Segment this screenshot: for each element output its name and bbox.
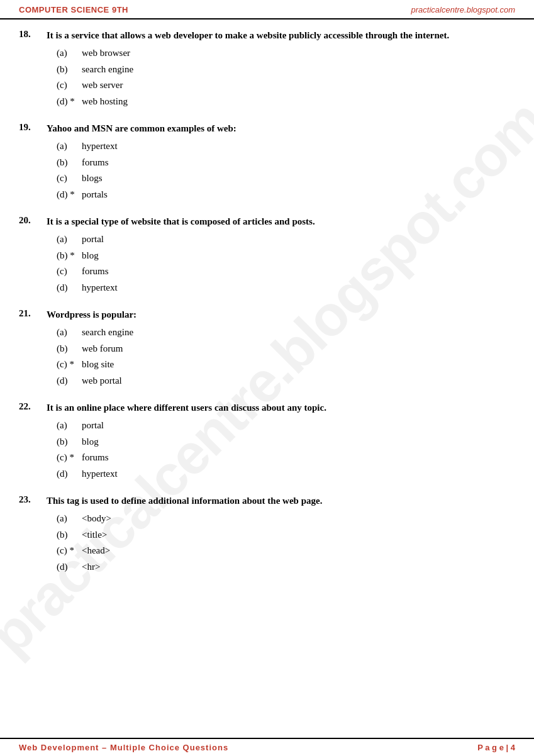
question-20-number: 20. bbox=[19, 215, 39, 228]
question-23: 23. This tag is used to define additiona… bbox=[19, 494, 515, 574]
option-20-b-text: blog bbox=[82, 248, 99, 263]
option-19-a: (a) hypertext bbox=[57, 139, 515, 153]
question-21: 21. Wordpress is popular: (a) search eng… bbox=[19, 308, 515, 387]
option-18-c: (c) web server bbox=[57, 78, 515, 92]
option-22-b-text: blog bbox=[82, 435, 99, 449]
option-20-d-text: hypertext bbox=[82, 281, 118, 295]
option-18-d-text: web hosting bbox=[82, 94, 128, 109]
option-21-a-text: search engine bbox=[82, 325, 133, 340]
question-23-line: 23. This tag is used to define additiona… bbox=[19, 494, 515, 508]
option-21-c: (c) * blog site bbox=[57, 357, 515, 372]
option-19-a-label: (a) bbox=[57, 139, 82, 153]
question-22-text: It is an online place where different us… bbox=[47, 401, 515, 414]
option-23-d-label: (d) bbox=[57, 560, 82, 574]
question-18-options: (a) web browser (b) search engine (c) we… bbox=[19, 46, 515, 108]
question-21-text: Wordpress is popular: bbox=[47, 308, 515, 321]
option-22-a-label: (a) bbox=[57, 418, 82, 433]
option-22-a-text: portal bbox=[82, 418, 104, 433]
option-22-c-text: forums bbox=[82, 450, 109, 465]
option-18-b-text: search engine bbox=[82, 62, 133, 77]
question-19: 19. Yahoo and MSN are common examples of… bbox=[19, 122, 515, 201]
question-20: 20. It is a special type of website that… bbox=[19, 215, 515, 294]
option-22-d: (d) hypertext bbox=[57, 467, 515, 481]
option-23-c-label: (c) * bbox=[57, 543, 82, 558]
option-19-b: (b) forums bbox=[57, 155, 515, 170]
header-website: practicalcentre.blogspot.com bbox=[411, 5, 515, 14]
option-21-b-label: (b) bbox=[57, 342, 82, 356]
option-20-a: (a) portal bbox=[57, 232, 515, 247]
option-23-a-label: (a) bbox=[57, 511, 82, 526]
option-20-d-label: (d) bbox=[57, 281, 82, 295]
question-21-line: 21. Wordpress is popular: bbox=[19, 308, 515, 321]
question-18: 18. It is a service that allows a web de… bbox=[19, 29, 515, 108]
option-21-a-label: (a) bbox=[57, 325, 82, 340]
option-22-c: (c) * forums bbox=[57, 450, 515, 465]
option-21-c-text: blog site bbox=[82, 357, 114, 372]
question-23-text: This tag is used to define additional in… bbox=[47, 494, 515, 508]
question-19-options: (a) hypertext (b) forums (c) blogs (d) *… bbox=[19, 139, 515, 201]
question-18-line: 18. It is a service that allows a web de… bbox=[19, 29, 515, 42]
question-19-line: 19. Yahoo and MSN are common examples of… bbox=[19, 122, 515, 135]
option-20-d: (d) hypertext bbox=[57, 281, 515, 295]
option-19-d: (d) * portals bbox=[57, 187, 515, 202]
option-23-b-text: <title> bbox=[82, 528, 107, 542]
page: practicalcentre.blogspot.com Computer Sc… bbox=[0, 0, 534, 756]
question-20-text: It is a special type of website that is … bbox=[47, 215, 515, 228]
option-20-c: (c) forums bbox=[57, 264, 515, 279]
question-22-options: (a) portal (b) blog (c) * forums (d) hyp… bbox=[19, 418, 515, 481]
option-19-a-text: hypertext bbox=[82, 139, 118, 153]
option-18-d: (d) * web hosting bbox=[57, 94, 515, 109]
option-19-c: (c) blogs bbox=[57, 171, 515, 186]
option-22-d-label: (d) bbox=[57, 467, 82, 481]
option-21-a: (a) search engine bbox=[57, 325, 515, 340]
option-23-b-label: (b) bbox=[57, 528, 82, 542]
question-22: 22. It is an online place where differen… bbox=[19, 401, 515, 481]
option-20-c-label: (c) bbox=[57, 264, 82, 279]
page-footer: Web Development – Multiple Choice Questi… bbox=[0, 738, 534, 756]
question-18-text: It is a service that allows a web develo… bbox=[47, 29, 515, 42]
option-20-c-text: forums bbox=[82, 264, 109, 279]
option-22-d-text: hypertext bbox=[82, 467, 118, 481]
option-20-a-text: portal bbox=[82, 232, 104, 247]
question-23-number: 23. bbox=[19, 494, 39, 508]
question-21-options: (a) search engine (b) web forum (c) * bl… bbox=[19, 325, 515, 387]
option-21-b-text: web forum bbox=[82, 342, 123, 356]
option-23-c-text: <head> bbox=[82, 543, 110, 558]
option-19-c-label: (c) bbox=[57, 171, 82, 186]
option-19-d-text: portals bbox=[82, 187, 108, 202]
question-20-options: (a) portal (b) * blog (c) forums (d) hyp… bbox=[19, 232, 515, 294]
option-19-b-text: forums bbox=[82, 155, 109, 170]
question-19-number: 19. bbox=[19, 122, 39, 135]
option-18-d-label: (d) * bbox=[57, 94, 82, 109]
option-19-d-label: (d) * bbox=[57, 187, 82, 202]
option-22-b-label: (b) bbox=[57, 435, 82, 449]
option-23-d: (d) <hr> bbox=[57, 560, 515, 574]
option-20-a-label: (a) bbox=[57, 232, 82, 247]
option-23-b: (b) <title> bbox=[57, 528, 515, 542]
main-content: 18. It is a service that allows a web de… bbox=[0, 26, 534, 600]
option-18-a-label: (a) bbox=[57, 46, 82, 60]
footer-page: P a g e | 4 bbox=[477, 743, 515, 752]
question-22-number: 22. bbox=[19, 401, 39, 414]
option-21-d-text: web portal bbox=[82, 374, 122, 388]
option-20-b-label: (b) * bbox=[57, 248, 82, 263]
header-title: Computer Science 9th bbox=[19, 5, 128, 14]
question-19-text: Yahoo and MSN are common examples of web… bbox=[47, 122, 515, 135]
option-18-b: (b) search engine bbox=[57, 62, 515, 77]
option-22-c-label: (c) * bbox=[57, 450, 82, 465]
option-19-c-text: blogs bbox=[82, 171, 103, 186]
option-18-a-text: web browser bbox=[82, 46, 130, 60]
footer-title: Web Development – Multiple Choice Questi… bbox=[19, 743, 228, 752]
option-23-d-text: <hr> bbox=[82, 560, 100, 574]
option-21-b: (b) web forum bbox=[57, 342, 515, 356]
option-19-b-label: (b) bbox=[57, 155, 82, 170]
questions-content: 18. It is a service that allows a web de… bbox=[0, 26, 534, 600]
option-23-a-text: <body> bbox=[82, 511, 111, 526]
option-22-b: (b) blog bbox=[57, 435, 515, 449]
option-18-b-label: (b) bbox=[57, 62, 82, 77]
question-18-number: 18. bbox=[19, 29, 39, 42]
question-22-line: 22. It is an online place where differen… bbox=[19, 401, 515, 414]
question-21-number: 21. bbox=[19, 308, 39, 321]
question-23-options: (a) <body> (b) <title> (c) * <head> (d) … bbox=[19, 511, 515, 574]
question-20-line: 20. It is a special type of website that… bbox=[19, 215, 515, 228]
